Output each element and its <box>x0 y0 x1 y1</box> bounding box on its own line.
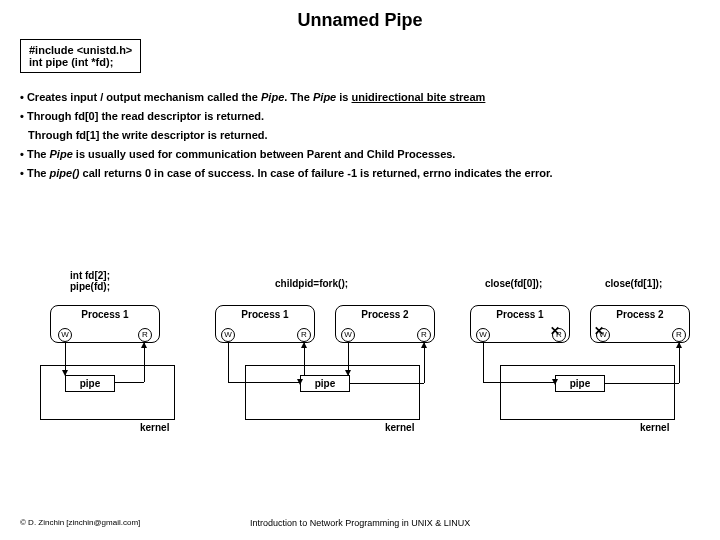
diagram-area: int fd[2]; pipe(fd); Process 1 W R pipe … <box>0 270 720 470</box>
w-node: W <box>476 328 490 342</box>
kernel-label: kernel <box>385 422 414 433</box>
r-node: R <box>672 328 686 342</box>
process-label: Process 2 <box>336 309 434 320</box>
pipe-box: pipe <box>65 375 115 392</box>
bullet-4: • The pipe() call returns 0 in case of s… <box>20 167 700 179</box>
process-label: Process 2 <box>591 309 689 320</box>
kernel-box <box>245 365 420 420</box>
text: • The <box>20 167 50 179</box>
text-em: pipe() <box>50 167 80 179</box>
process-label: Process 1 <box>216 309 314 320</box>
process-label: Process 1 <box>471 309 569 320</box>
bullet-2-sub: Through fd[1] the write descriptor is re… <box>28 129 700 141</box>
text: is <box>336 91 351 103</box>
text: is usually used for communication betwee… <box>73 148 456 160</box>
text-em: Pipe <box>261 91 284 103</box>
w-node: W <box>221 328 235 342</box>
diagram-2: childpid=fork(); Process 1 Process 2 W R… <box>215 270 455 450</box>
text: • Creates input / output mechanism calle… <box>20 91 261 103</box>
text: int fd[2]; <box>70 270 110 281</box>
text: pipe(fd); <box>70 281 110 292</box>
bullet-list: • Creates input / output mechanism calle… <box>20 91 700 179</box>
diagram-1: int fd[2]; pipe(fd); Process 1 W R pipe … <box>40 270 190 450</box>
text-underline: unidirectional bite stream <box>352 91 486 103</box>
diagram-3: close(fd[0]); close(fd[1]); Process 1 Pr… <box>470 270 710 450</box>
d3-code-2: close(fd[1]); <box>605 278 662 289</box>
w-node: W <box>58 328 72 342</box>
footer-left: © D. Zinchin [zinchin@gmail.com] <box>20 518 140 528</box>
process-label: Process 1 <box>51 309 159 320</box>
d2-code: childpid=fork(); <box>275 278 348 289</box>
r-node: R <box>297 328 311 342</box>
code-line-2: int pipe (int *fd); <box>29 56 132 68</box>
footer: © D. Zinchin [zinchin@gmail.com] Introdu… <box>20 518 700 528</box>
r-node: R <box>417 328 431 342</box>
code-box: #include <unistd.h> int pipe (int *fd); <box>20 39 141 73</box>
bullet-3: • The Pipe is usually used for communica… <box>20 148 700 160</box>
kernel-box <box>500 365 675 420</box>
text-em: Pipe <box>50 148 73 160</box>
kernel-label: kernel <box>640 422 669 433</box>
d3-code-1: close(fd[0]); <box>485 278 542 289</box>
text: • The <box>20 148 50 160</box>
w-node: W <box>341 328 355 342</box>
text: call returns 0 in case of success. In ca… <box>79 167 552 179</box>
kernel-label: kernel <box>140 422 169 433</box>
page-title: Unnamed Pipe <box>20 10 700 31</box>
text: . The <box>284 91 313 103</box>
d1-code: int fd[2]; pipe(fd); <box>70 270 110 292</box>
pipe-box: pipe <box>300 375 350 392</box>
code-line-1: #include <unistd.h> <box>29 44 132 56</box>
kernel-box <box>40 365 175 420</box>
bullet-2: • Through fd[0] the read descriptor is r… <box>20 110 700 122</box>
text-em: Pipe <box>313 91 336 103</box>
pipe-box: pipe <box>555 375 605 392</box>
bullet-1: • Creates input / output mechanism calle… <box>20 91 700 103</box>
r-node: R <box>138 328 152 342</box>
footer-center: Introduction to Network Programming in U… <box>140 518 580 528</box>
